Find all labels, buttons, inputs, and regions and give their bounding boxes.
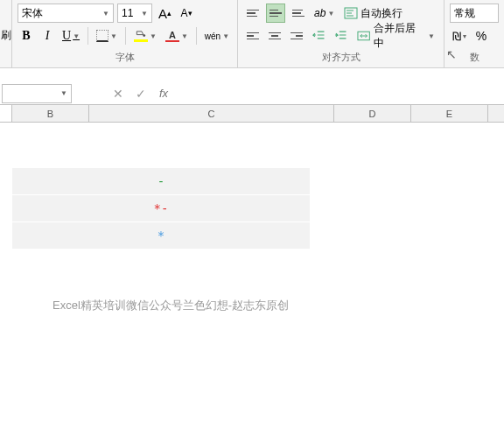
column-headers: B C D E [0,105,504,123]
format-painter-label[interactable]: 刷 [1,28,11,43]
number-group-label: 数 ↖ [450,49,499,66]
font-color-button[interactable]: A ▼ [163,26,191,46]
increase-indent-button[interactable] [332,26,350,46]
table-row[interactable]: - [12,168,310,194]
cell-value: - [158,174,164,188]
wrap-icon [344,6,358,20]
column-header-E[interactable]: E [411,105,488,122]
font-size-value: 11 [122,7,133,19]
decrease-font-button[interactable]: A▾ [178,4,195,23]
border-button[interactable]: ▼ [94,26,120,46]
font-size-select[interactable]: 11 ▼ [117,4,152,23]
bucket-icon [134,30,148,42]
spreadsheet-canvas[interactable]: - *- * Excel精英培训微信公众号兰色幻想-赵志东原创 [0,123,504,420]
font-group: 宋体 ▼ 11 ▼ A▴ A▾ B I U▼ ▼ [12,0,238,67]
attribution-text: Excel精英培训微信公众号兰色幻想-赵志东原创 [52,298,289,313]
chevron-down-icon: ▼ [102,10,109,18]
underline-button[interactable]: U▼ [60,26,82,46]
align-left-button[interactable] [243,26,262,46]
merge-center-button[interactable]: 合并后居中 ▼ [354,26,438,46]
font-name-value: 宋体 [22,6,43,21]
phonetic-button[interactable]: wén▼ [202,26,232,46]
align-middle-button[interactable] [266,4,285,23]
formula-input[interactable] [175,84,504,103]
align-bottom-button[interactable] [289,4,308,23]
number-format-select[interactable]: 常规 [450,4,499,23]
border-icon [96,30,108,42]
align-group: ab▼ 自动换行 合并后居中 ▼ 对齐方式 [238,0,444,67]
column-header-D[interactable]: D [334,105,411,122]
font-name-select[interactable]: 宋体 ▼ [18,4,114,23]
number-group: 常规 ₪▾ % 数 ↖ [444,0,504,67]
cursor-icon: ↖ [446,47,457,61]
table-row[interactable]: * [12,222,310,249]
confirm-formula-button[interactable]: ✓ [130,83,152,104]
align-top-button[interactable] [243,4,262,23]
percent-button[interactable]: % [472,26,490,46]
merge-center-label: 合并后居中 [374,21,424,51]
font-color-icon: A [165,30,179,42]
quick-access-edge: 刷 [0,0,12,67]
fx-button[interactable]: fx [152,83,175,104]
column-header-C[interactable]: C [89,105,334,122]
ribbon-toolbar: 刷 宋体 ▼ 11 ▼ A▴ A▾ B I U▼ ▼ [0,0,504,68]
currency-button[interactable]: ₪▾ [450,26,469,46]
cancel-formula-button[interactable]: ✕ [107,83,130,104]
align-group-label: 对齐方式 [243,49,438,66]
font-group-label: 字体 [18,49,232,66]
fill-color-button[interactable]: ▼ [131,26,159,46]
chevron-down-icon: ▼ [141,10,148,18]
decrease-indent-button[interactable] [310,26,328,46]
chevron-down-icon: ▼ [60,89,67,97]
wrap-text-label: 自动换行 [360,6,402,21]
orientation-button[interactable]: ab▼ [312,4,337,23]
align-center-button[interactable] [265,26,284,46]
data-block: - *- * [12,168,310,250]
merge-icon [357,29,370,43]
italic-button[interactable]: I [38,26,56,46]
number-format-value: 常规 [454,6,475,21]
table-row[interactable]: *- [12,195,310,222]
bold-button[interactable]: B [18,26,35,46]
svg-point-0 [143,34,145,37]
select-all-corner[interactable] [0,105,12,122]
name-box[interactable]: ▼ [2,84,72,103]
align-right-button[interactable] [287,26,305,46]
cell-value: * [158,229,164,243]
wrap-text-button[interactable]: 自动换行 [340,4,406,23]
cell-value: *- [154,201,169,215]
increase-font-button[interactable]: A▴ [156,4,174,23]
column-header-B[interactable]: B [12,105,89,122]
formula-bar: ▼ ✕ ✓ fx [0,82,504,105]
